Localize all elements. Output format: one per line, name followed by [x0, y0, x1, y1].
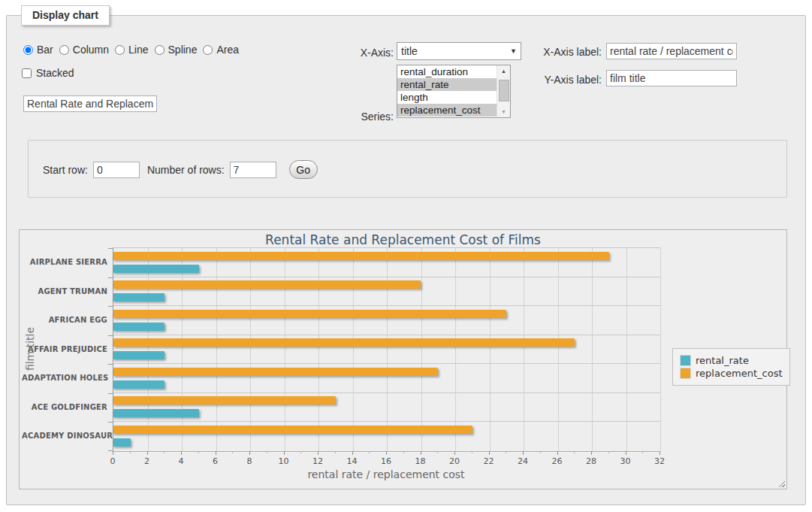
go-button[interactable]: Go	[289, 160, 318, 179]
x-tick	[421, 451, 421, 455]
scroll-down-icon[interactable]: ▼	[497, 106, 510, 117]
x-tick-label: 4	[166, 456, 196, 466]
x-tick	[130, 451, 131, 453]
y-axis-label-input[interactable]	[606, 70, 737, 86]
radio-label: Spline	[168, 44, 198, 56]
x-tick-label: 12	[303, 456, 333, 466]
x-tick	[472, 451, 472, 453]
row-range-panel: Start row: Number of rows: Go	[28, 140, 787, 198]
scrollbar-thumb[interactable]	[499, 80, 509, 101]
x-tick-label: 26	[542, 456, 572, 466]
chart-type-option-line[interactable]: Line	[115, 44, 148, 56]
category-band	[113, 364, 660, 393]
x-tick	[557, 451, 558, 455]
bar-rental_rate[interactable]	[113, 351, 165, 359]
radio-column[interactable]	[59, 45, 69, 55]
x-tick	[216, 451, 216, 455]
x-tick	[198, 451, 199, 453]
category-label: ACE GOLDFINGER	[22, 393, 107, 423]
y-tick	[108, 306, 113, 307]
x-tick-label: 30	[611, 456, 641, 466]
series-scrollbar[interactable]: ▲ ▼	[497, 65, 510, 117]
x-tick-label: 10	[269, 456, 299, 466]
x-tick-label: 24	[508, 456, 538, 466]
series-option-length[interactable]: length	[397, 91, 497, 104]
x-tick	[437, 451, 438, 453]
y-tick	[108, 422, 113, 423]
panel-legend: Display chart	[21, 5, 110, 26]
bar-rental_rate[interactable]	[113, 293, 165, 301]
x-tick	[300, 451, 301, 453]
radio-spline[interactable]	[155, 45, 165, 55]
x-tick	[574, 451, 575, 453]
chart-legend[interactable]: rental_ratereplacement_cost	[672, 348, 790, 386]
chart-type-radios: BarColumnLineSplineArea	[23, 44, 245, 56]
x-tick-label: 14	[337, 456, 367, 466]
category-label: AIRPLANE SIERRA	[22, 248, 107, 277]
series-option-rental_rate[interactable]: rental_rate	[397, 78, 497, 91]
category-label: ACADEMY DINOSAUR	[22, 422, 107, 451]
radio-area[interactable]	[203, 45, 213, 55]
panel-legend-text: Display chart	[32, 9, 98, 21]
series-listbox[interactable]: rental_durationrental_ratelengthreplacem…	[397, 65, 511, 118]
category-band	[113, 248, 660, 277]
chart-type-option-bar[interactable]: Bar	[23, 44, 53, 56]
chart-title: Rental Rate and Replacement Cost of Film…	[20, 232, 786, 247]
x-tick-label: 2	[132, 456, 162, 466]
bar-replacement_cost[interactable]	[113, 310, 506, 318]
category-band	[113, 422, 660, 451]
x-tick	[267, 451, 267, 453]
radio-label: Column	[73, 44, 109, 56]
series-option-rental_duration[interactable]: rental_duration	[397, 65, 497, 78]
legend-label: rental_rate	[696, 355, 749, 366]
y-tick	[108, 393, 113, 394]
resize-handle-icon[interactable]	[777, 480, 785, 487]
x-tick-label: 0	[98, 456, 128, 466]
bar-replacement_cost[interactable]	[113, 338, 575, 347]
bar-replacement_cost[interactable]	[113, 252, 609, 260]
x-tick	[249, 451, 250, 455]
bar-rental_rate[interactable]	[113, 409, 199, 417]
bar-rental_rate[interactable]	[113, 265, 199, 273]
bar-rental_rate[interactable]	[113, 323, 165, 331]
chart-title-input[interactable]	[23, 95, 157, 112]
bar-replacement_cost[interactable]	[113, 396, 336, 404]
category-label: AGENT TRUMAN	[22, 277, 107, 307]
category-band	[113, 335, 660, 365]
bar-replacement_cost[interactable]	[113, 280, 421, 289]
x-axis-label-input[interactable]	[606, 43, 737, 59]
stacked-checkbox[interactable]	[22, 68, 32, 78]
series-option-replacement_cost[interactable]: replacement_cost	[397, 104, 497, 117]
x-tick-label: 32	[644, 456, 675, 466]
num-rows-input[interactable]	[230, 162, 276, 178]
start-row-input[interactable]	[93, 162, 140, 178]
chevron-down-icon: ▼	[510, 47, 517, 55]
x-tick	[540, 451, 541, 453]
y-tick	[108, 335, 113, 336]
radio-line[interactable]	[115, 45, 125, 55]
stacked-checkbox-row[interactable]: Stacked	[22, 67, 74, 79]
plot-area: AIRPLANE SIERRAAGENT TRUMANAFRICAN EGGAF…	[113, 247, 660, 452]
x-axis-selected-value: title	[401, 45, 418, 57]
radio-label: Bar	[37, 44, 53, 56]
bar-replacement_cost[interactable]	[113, 426, 472, 434]
chart-type-option-spline[interactable]: Spline	[155, 44, 198, 56]
x-axis-select-label: X-Axis:	[331, 47, 394, 59]
x-tick	[489, 451, 490, 455]
x-tick	[608, 451, 609, 453]
chart-type-option-column[interactable]: Column	[59, 44, 109, 56]
bar-rental_rate[interactable]	[113, 380, 165, 389]
radio-label: Line	[128, 44, 148, 56]
x-tick-label: 20	[439, 456, 469, 466]
display-chart-panel: BarColumnLineSplineArea Stacked X-Axis: …	[6, 15, 806, 505]
x-tick	[335, 451, 336, 453]
chart-type-option-area[interactable]: Area	[203, 44, 239, 56]
legend-item-replacement_cost[interactable]: replacement_cost	[680, 368, 783, 379]
scroll-up-icon[interactable]: ▲	[497, 65, 510, 77]
radio-bar[interactable]	[23, 45, 33, 55]
bar-replacement_cost[interactable]	[113, 368, 438, 376]
legend-item-rental_rate[interactable]: rental_rate	[680, 355, 783, 366]
x-axis-select[interactable]: title ▼	[397, 42, 521, 60]
x-tick-label: 16	[371, 456, 401, 466]
bar-rental_rate[interactable]	[113, 438, 131, 447]
